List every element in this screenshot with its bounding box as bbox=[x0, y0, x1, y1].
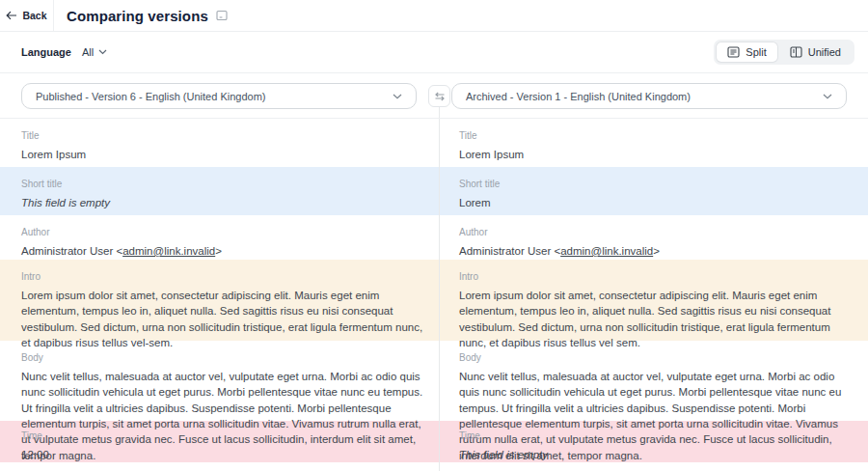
field-label: Body bbox=[21, 352, 423, 363]
right-version-dropdown[interactable]: Archived - Version 1 - English (United K… bbox=[451, 83, 847, 109]
field-label: Author bbox=[21, 227, 423, 237]
language-label: Language bbox=[21, 46, 71, 58]
field-label: Title bbox=[21, 130, 423, 141]
field-row-title: Title Lorem Ipsum Title Lorem Ipsum bbox=[0, 119, 868, 167]
split-view-button[interactable]: Split bbox=[717, 42, 776, 62]
version-selector-row: Published - Version 6 - English (United … bbox=[0, 73, 868, 119]
unified-view-icon bbox=[790, 46, 802, 58]
author-suffix: > bbox=[215, 245, 222, 257]
split-view-label: Split bbox=[746, 46, 766, 58]
swap-versions-button[interactable] bbox=[428, 85, 450, 107]
right-version-value: Archived - Version 1 - English (United K… bbox=[466, 91, 691, 102]
view-mode-toggle: Split Unified bbox=[714, 40, 854, 65]
language-selector[interactable]: All bbox=[82, 46, 107, 58]
chevron-down-icon bbox=[823, 94, 832, 99]
field-row-author: Author Administrator User <admin@link.in… bbox=[0, 215, 868, 260]
field-label: Time bbox=[459, 430, 845, 441]
field-value-right: Lorem bbox=[459, 195, 845, 210]
field-label: Short title bbox=[21, 179, 423, 189]
field-label: Intro bbox=[459, 271, 845, 282]
back-label: Back bbox=[22, 10, 46, 21]
bottom-filler bbox=[0, 462, 868, 471]
field-label: Title bbox=[459, 130, 845, 141]
field-label: Body bbox=[459, 352, 845, 363]
chevron-down-icon bbox=[393, 94, 402, 99]
field-value-right: Administrator User <admin@link.invalid> bbox=[459, 243, 845, 259]
field-label: Author bbox=[459, 227, 845, 237]
field-row-body: Body Nunc velit tellus, malesuada at auc… bbox=[0, 341, 868, 421]
field-label: Time bbox=[21, 430, 423, 441]
page-title: Comparing versions bbox=[67, 8, 208, 24]
back-arrow-icon bbox=[6, 11, 17, 20]
author-name: Administrator User < bbox=[459, 245, 560, 257]
field-value-left: This field is empty bbox=[21, 195, 423, 210]
field-label: Short title bbox=[459, 179, 845, 189]
left-version-value: Published - Version 6 - English (United … bbox=[36, 91, 265, 102]
field-row-time: Time 12:00 Time This field is empty bbox=[0, 421, 868, 462]
swap-arrows-icon bbox=[434, 92, 446, 101]
author-name: Administrator User < bbox=[21, 245, 122, 257]
back-button[interactable]: Back bbox=[0, 0, 54, 31]
author-suffix: > bbox=[653, 245, 660, 257]
field-label: Intro bbox=[21, 271, 423, 282]
field-value-right: Lorem Ipsum bbox=[459, 147, 845, 162]
split-view-icon bbox=[727, 46, 740, 58]
field-value-left: Lorem Ipsum bbox=[21, 147, 423, 162]
page-header: Back Comparing versions bbox=[0, 0, 868, 32]
field-value-right: This field is empty bbox=[459, 447, 845, 462]
author-email-link[interactable]: admin@link.invalid bbox=[560, 245, 653, 257]
toolbar: Language All Split Unified bbox=[0, 32, 868, 73]
comment-box-icon bbox=[216, 10, 228, 21]
field-row-short-title: Short title This field is empty Short ti… bbox=[0, 167, 868, 215]
unified-view-label: Unified bbox=[808, 46, 841, 58]
field-value-left: 12:00 bbox=[21, 447, 423, 462]
field-value-left: Administrator User <admin@link.invalid> bbox=[21, 243, 423, 259]
language-value: All bbox=[82, 46, 94, 58]
chevron-down-icon bbox=[98, 49, 107, 55]
unified-view-button[interactable]: Unified bbox=[779, 42, 852, 62]
author-email-link[interactable]: admin@link.invalid bbox=[122, 245, 215, 257]
field-row-intro: Intro Lorem ipsum dolor sit amet, consec… bbox=[0, 260, 868, 341]
left-version-dropdown[interactable]: Published - Version 6 - English (United … bbox=[21, 83, 417, 109]
